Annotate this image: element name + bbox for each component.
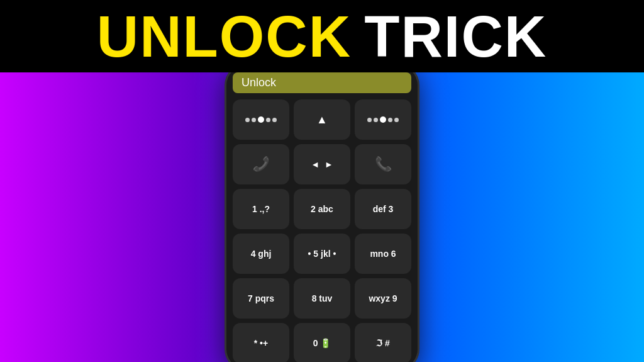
page-wrapper: UNLOCK TRICK Unlock ▲ 📞◄ ►📞1 .,?2 abcdef… [0, 0, 644, 362]
key-arrow-up[interactable]: ▲ [294, 99, 350, 140]
phone-device: Unlock ▲ 📞◄ ►📞1 .,?2 abcdef 34 ghj• 5 jk… [225, 63, 419, 362]
title-unlock: UNLOCK [97, 8, 352, 65]
d1 [245, 118, 250, 122]
key-4[interactable]: 4 ghj [233, 234, 289, 274]
key-call-green[interactable]: 📞 [233, 144, 289, 184]
key-1-label: 1 .,? [252, 204, 270, 214]
key-3-label: def 3 [373, 204, 394, 214]
dr2 [374, 118, 378, 122]
top-banner: UNLOCK TRICK [0, 0, 644, 72]
arrow-up-icon: ▲ [316, 113, 328, 127]
key-dots-right[interactable] [355, 99, 411, 140]
key-4-label: 4 ghj [251, 249, 272, 259]
key-8-label: 8 tuv [312, 293, 333, 303]
dr4 [388, 118, 392, 122]
d5 [272, 118, 277, 122]
key-star-label: * •+ [254, 338, 268, 348]
keypad: ▲ 📞◄ ►📞1 .,?2 abcdef 34 ghj• 5 jkl •mno … [233, 99, 411, 362]
key-7[interactable]: 7 pqrs [233, 278, 289, 319]
key-6[interactable]: mno 6 [355, 234, 411, 274]
title-trick: TRICK [364, 8, 547, 65]
key-call-red[interactable]: 📞 [355, 144, 411, 184]
key-6-label: mno 6 [370, 249, 396, 259]
d2 [252, 118, 256, 122]
key-3[interactable]: def 3 [355, 189, 411, 229]
arrow-right-icon: ► [325, 159, 333, 169]
call-red-icon: 📞 [375, 156, 392, 173]
key-dpad-lr[interactable]: ◄ ► [294, 144, 350, 184]
key-2[interactable]: 2 abc [294, 189, 350, 229]
key-dots-left[interactable] [233, 99, 289, 140]
key-5-label: • 5 jkl • [308, 249, 336, 259]
d4 [266, 118, 270, 122]
key-star[interactable]: * •+ [233, 323, 289, 362]
key-8[interactable]: 8 tuv [294, 278, 350, 319]
dr5 [394, 118, 399, 122]
key-1[interactable]: 1 .,? [233, 189, 289, 229]
key-hash[interactable]: ℑ # [355, 323, 411, 362]
key-hash-label: ℑ # [376, 338, 390, 348]
call-green-icon: 📞 [253, 156, 270, 173]
key-2-label: 2 abc [311, 204, 333, 214]
key-9[interactable]: wxyz 9 [355, 278, 411, 319]
key-0[interactable]: 0 🔋 [294, 323, 350, 362]
dr1 [367, 118, 372, 122]
dr3 [380, 116, 386, 123]
unlock-label: Unlock [233, 72, 411, 93]
arrow-left-icon: ◄ [311, 159, 319, 169]
key-5[interactable]: • 5 jkl • [294, 234, 350, 274]
d3 [258, 116, 264, 123]
key-0-label: 0 🔋 [313, 338, 331, 348]
key-9-label: wxyz 9 [369, 293, 397, 303]
key-7-label: 7 pqrs [248, 293, 274, 303]
